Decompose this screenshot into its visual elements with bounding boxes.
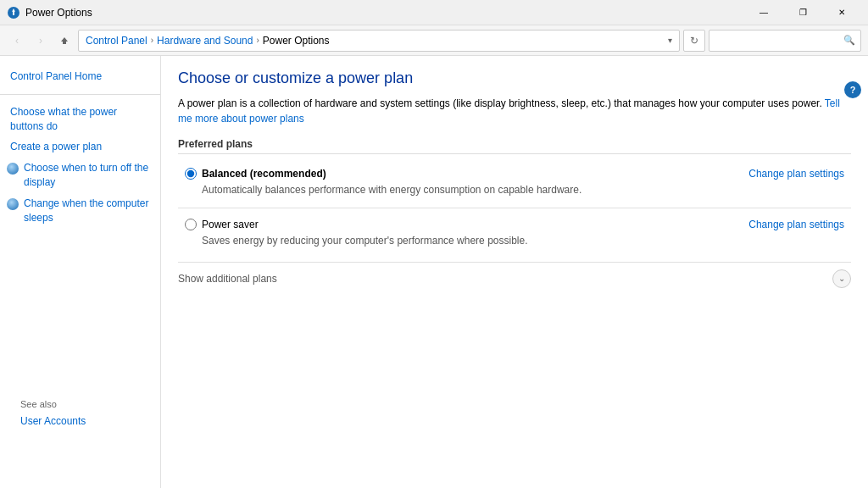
content-description: A power plan is a collection of hardware…: [178, 96, 851, 126]
breadcrumb-sep-2: ›: [256, 36, 259, 45]
breadcrumb-control-panel[interactable]: Control Panel: [86, 35, 147, 47]
plan-desc-power-saver: Saves energy by reducing your computer's…: [185, 234, 851, 248]
plan-name-balanced: Balanced (recommended): [202, 168, 326, 180]
plan-header-power-saver: Power saver Change plan settings: [185, 219, 851, 230]
navbar: ‹ › Control Panel › Hardware and Sound ›…: [0, 25, 868, 56]
sidebar-divider-1: [0, 94, 160, 95]
content-area: ? Choose or customize a power plan A pow…: [161, 56, 868, 488]
main-container: Control Panel Home Choose what the power…: [0, 56, 868, 488]
titlebar: Power Options — ❐ ✕: [0, 0, 868, 25]
plan-change-link-power-saver[interactable]: Change plan settings: [748, 219, 844, 230]
breadcrumb-dropdown-icon[interactable]: ▾: [668, 36, 672, 45]
plan-row-power-saver: Power saver Change plan settings Saves e…: [178, 212, 851, 255]
search-icon: 🔍: [843, 35, 855, 46]
plan-row-balanced: Balanced (recommended) Change plan setti…: [178, 161, 851, 204]
help-button[interactable]: ?: [844, 81, 861, 98]
show-more-row[interactable]: Show additional plans ⌄: [178, 262, 851, 295]
display-icon: [7, 163, 19, 175]
window-title: Power Options: [25, 7, 744, 19]
sidebar: Control Panel Home Choose what the power…: [0, 56, 161, 488]
plan-change-link-balanced[interactable]: Change plan settings: [748, 168, 844, 180]
see-also-label: See also: [10, 385, 151, 413]
maximize-button[interactable]: ❐: [783, 0, 822, 25]
close-button[interactable]: ✕: [822, 0, 861, 25]
sleep-icon: [7, 198, 19, 210]
breadcrumb-bar: Control Panel › Hardware and Sound › Pow…: [78, 30, 680, 52]
plan-desc-balanced: Automatically balances performance with …: [185, 183, 851, 197]
plan-label-balanced[interactable]: Balanced (recommended): [185, 168, 326, 180]
forward-button[interactable]: ›: [31, 30, 51, 51]
sidebar-item-control-panel-home[interactable]: Control Panel Home: [0, 66, 160, 87]
minimize-button[interactable]: —: [744, 0, 783, 25]
preferred-plans-label: Preferred plans: [178, 138, 851, 154]
breadcrumb-current: Power Options: [263, 35, 330, 47]
breadcrumb-hardware-sound[interactable]: Hardware and Sound: [157, 35, 253, 47]
window-controls: — ❐ ✕: [744, 0, 861, 25]
sidebar-item-turn-off-display[interactable]: Choose when to turn off the display: [0, 158, 160, 193]
search-input[interactable]: [715, 35, 843, 47]
plan-radio-power-saver[interactable]: [185, 219, 197, 230]
search-bar: 🔍: [709, 30, 861, 52]
plan-label-power-saver[interactable]: Power saver: [185, 219, 259, 230]
plan-radio-balanced[interactable]: [185, 168, 197, 180]
back-button[interactable]: ‹: [7, 30, 27, 51]
sidebar-item-computer-sleeps[interactable]: Change when the computer sleeps: [0, 193, 160, 229]
refresh-button[interactable]: ↻: [683, 30, 705, 52]
show-more-chevron-icon: ⌄: [832, 269, 851, 288]
sidebar-item-power-buttons[interactable]: Choose what the power buttons do: [0, 102, 160, 137]
show-more-label: Show additional plans: [178, 273, 832, 285]
sidebar-user-accounts[interactable]: User Accounts: [10, 413, 151, 430]
plan-name-power-saver: Power saver: [202, 219, 259, 230]
page-title: Choose or customize a power plan: [178, 69, 851, 87]
window-icon: [7, 6, 20, 19]
svg-rect-1: [13, 11, 14, 15]
plan-header-balanced: Balanced (recommended) Change plan setti…: [185, 168, 851, 180]
breadcrumb-sep-1: ›: [151, 36, 153, 45]
sidebar-item-create-power-plan[interactable]: Create a power plan: [0, 136, 160, 158]
plan-divider: [178, 208, 851, 208]
up-button[interactable]: [54, 30, 75, 51]
